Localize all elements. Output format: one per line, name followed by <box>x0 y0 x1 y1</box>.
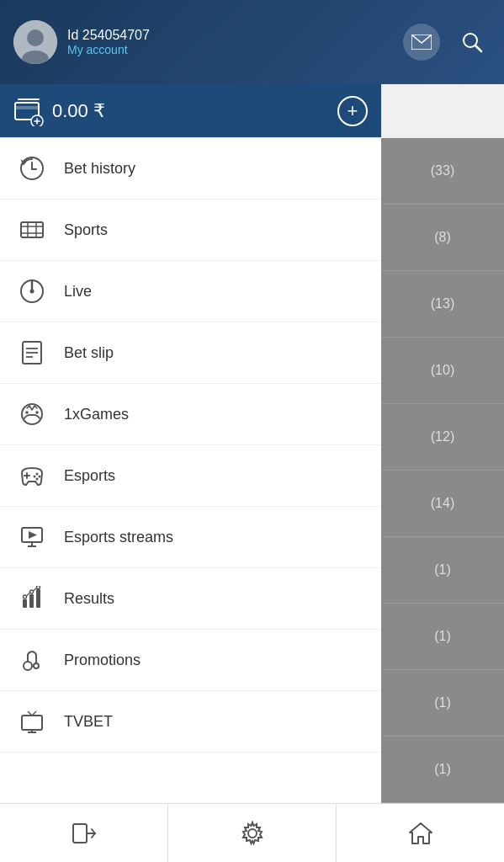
menu-item-bet-history[interactable]: Bet history <box>0 138 381 200</box>
1xgames-icon <box>17 399 47 429</box>
menu-item-sports[interactable]: Sports <box>0 200 381 261</box>
svg-point-22 <box>22 404 42 424</box>
svg-marker-34 <box>29 531 37 539</box>
footer <box>0 803 504 862</box>
home-button[interactable] <box>337 804 504 862</box>
balance-bar: 0.00 ₹ + <box>0 84 381 138</box>
count-5: (14) <box>381 471 504 537</box>
user-info: Id 254054707 My account <box>67 28 150 56</box>
settings-button[interactable] <box>168 804 337 862</box>
sports-icon <box>17 215 47 245</box>
svg-point-1 <box>27 29 44 46</box>
header: Id 254054707 My account <box>0 0 504 84</box>
svg-line-5 <box>475 45 481 51</box>
search-button[interactable] <box>454 24 491 61</box>
logout-button[interactable] <box>0 804 168 862</box>
menu-label-bet-history: Bet history <box>64 160 135 178</box>
promotions-icon <box>17 645 47 675</box>
svg-point-17 <box>30 290 34 294</box>
svg-marker-55 <box>410 823 432 843</box>
svg-rect-37 <box>36 589 40 608</box>
menu-item-esports[interactable]: Esports <box>0 445 381 507</box>
svg-point-38 <box>24 595 27 599</box>
count-1: (8) <box>381 205 504 271</box>
bet-history-icon <box>17 153 47 184</box>
mail-button[interactable] <box>403 24 440 61</box>
svg-line-41 <box>27 593 30 596</box>
count-2: (13) <box>381 271 504 338</box>
menu-label-results: Results <box>64 590 114 608</box>
left-menu: Bet history Sports <box>0 138 381 803</box>
menu-label-1xgames: 1xGames <box>64 406 129 423</box>
menu-label-sports: Sports <box>64 221 108 239</box>
user-id: Id 254054707 <box>67 28 150 43</box>
count-6: (1) <box>381 537 504 604</box>
menu-item-tvbet[interactable]: TVBET <box>0 691 381 753</box>
menu-item-bet-slip[interactable]: Bet slip <box>0 322 381 384</box>
svg-point-29 <box>34 476 36 478</box>
menu-label-esports-streams: Esports streams <box>64 529 173 546</box>
svg-point-24 <box>35 411 39 414</box>
count-4: (12) <box>381 404 504 471</box>
count-7: (1) <box>381 604 504 670</box>
svg-point-44 <box>34 663 39 668</box>
my-account-link[interactable]: My account <box>67 43 150 56</box>
menu-item-live[interactable]: Live <box>0 261 381 322</box>
svg-point-54 <box>248 829 257 838</box>
menu-item-results[interactable]: Results <box>0 568 381 630</box>
bet-slip-icon <box>17 338 47 368</box>
svg-rect-7 <box>15 106 39 109</box>
menu-label-promotions: Promotions <box>64 652 141 669</box>
count-0: (33) <box>381 138 504 205</box>
esports-streams-icon <box>17 522 47 552</box>
esports-icon <box>17 460 47 491</box>
header-icons <box>403 24 491 61</box>
count-8: (1) <box>381 670 504 737</box>
svg-point-40 <box>37 586 40 589</box>
svg-rect-35 <box>23 599 27 608</box>
svg-point-39 <box>30 590 34 593</box>
live-icon <box>17 276 47 306</box>
count-3: (10) <box>381 338 504 404</box>
menu-label-esports: Esports <box>64 467 115 485</box>
count-9: (1) <box>381 737 504 803</box>
svg-rect-47 <box>22 716 42 730</box>
menu-item-esports-streams[interactable]: Esports streams <box>0 507 381 568</box>
menu-label-tvbet: TVBET <box>64 713 113 731</box>
menu-label-live: Live <box>64 283 92 301</box>
svg-point-27 <box>36 473 39 476</box>
right-sidebar: (33) (8) (13) (10) (12) (14) (1) (1) (1)… <box>381 138 504 803</box>
svg-rect-10 <box>21 222 43 237</box>
menu-item-1xgames[interactable]: 1xGames <box>0 384 381 445</box>
header-left: Id 254054707 My account <box>13 20 403 64</box>
wallet-icon <box>13 96 44 126</box>
menu-label-bet-slip: Bet slip <box>64 344 114 362</box>
balance-amount: 0.00 ₹ <box>52 100 337 122</box>
svg-point-30 <box>36 478 39 481</box>
avatar <box>13 20 57 64</box>
svg-point-28 <box>39 476 41 478</box>
menu-item-promotions[interactable]: Promotions <box>0 630 381 691</box>
svg-point-43 <box>24 662 32 670</box>
svg-point-23 <box>25 411 29 414</box>
svg-rect-52 <box>73 824 87 843</box>
tvbet-icon <box>17 706 47 737</box>
add-funds-button[interactable]: + <box>337 96 368 126</box>
svg-line-42 <box>34 588 37 592</box>
results-icon <box>17 583 47 614</box>
main-layout: Bet history Sports <box>0 138 504 803</box>
svg-rect-36 <box>29 594 34 608</box>
